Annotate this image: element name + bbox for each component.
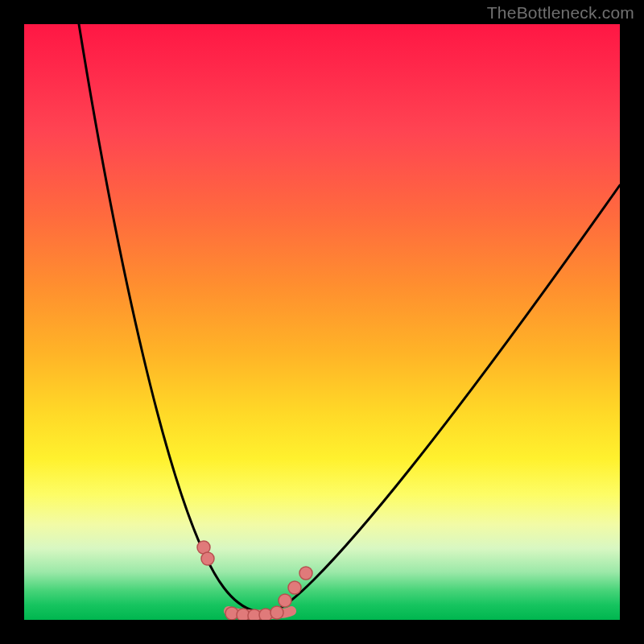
curve-right xyxy=(275,185,620,611)
data-marker xyxy=(201,552,214,565)
data-marker xyxy=(279,594,291,607)
curve-left xyxy=(79,24,254,611)
watermark-text: TheBottleneck.com xyxy=(487,3,634,23)
data-marker xyxy=(270,606,283,619)
chart-svg xyxy=(24,24,620,620)
chart-frame: TheBottleneck.com xyxy=(0,0,644,644)
data-marker xyxy=(288,581,301,594)
data-marker xyxy=(299,567,312,580)
